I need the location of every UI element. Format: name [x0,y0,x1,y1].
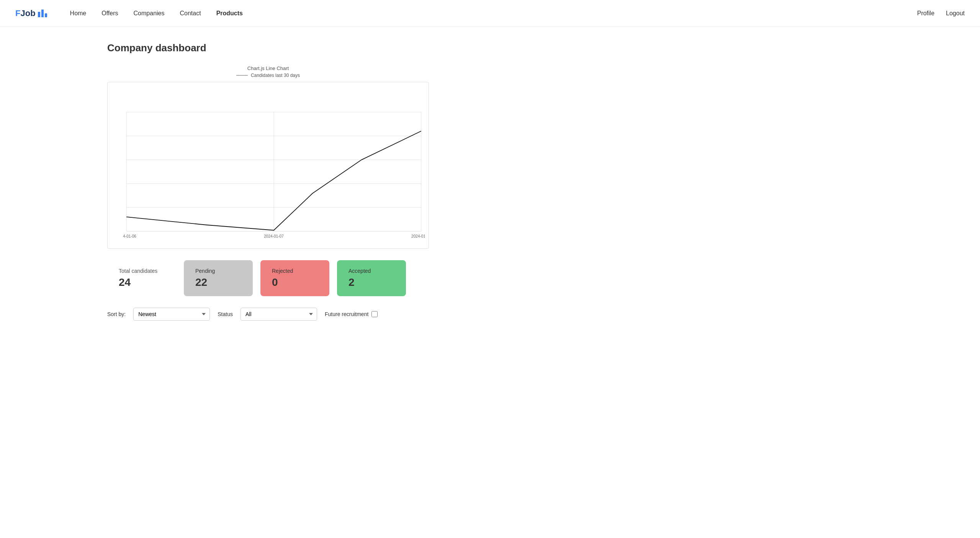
chart-title: Chart.js Line Chart [107,65,429,71]
logo-bars-icon [38,10,47,17]
stat-pending: Pending 22 [184,260,253,296]
logo-bar-2 [41,10,44,17]
stat-rejected: Rejected 0 [260,260,329,296]
status-select[interactable]: All Pending Rejected Accepted [241,308,317,321]
chart-legend: Candidates last 30 days [107,73,429,78]
future-recruitment-field: Future recruitment [325,311,378,317]
nav-profile[interactable]: Profile [917,10,934,17]
nav-products[interactable]: Products [216,10,243,17]
nav-companies[interactable]: Companies [134,10,165,17]
navbar-left: FJob Home Offers Companies Contact Produ… [15,8,243,18]
filter-row: Sort by: Newest Oldest Status All Pendin… [107,308,429,321]
main-content: Company dashboard Chart.js Line Chart Ca… [0,27,536,344]
logo-bar-3 [45,13,47,17]
chart-legend-label: Candidates last 30 days [251,73,300,78]
chart-svg: 0 5 10 15 20 25 [123,86,425,247]
stat-pending-value: 22 [195,276,241,289]
x-label-3: 2024-01-08 [411,234,425,238]
stat-rejected-value: 0 [272,276,318,289]
stat-total: Total candidates 24 [107,260,176,296]
stat-rejected-label: Rejected [272,268,318,274]
future-recruitment-checkbox[interactable] [371,311,378,317]
navbar: FJob Home Offers Companies Contact Produ… [0,0,980,27]
sort-label: Sort by: [107,311,126,317]
page-title: Company dashboard [107,42,429,54]
nav-offers[interactable]: Offers [101,10,118,17]
logo: FJob [15,8,47,18]
stat-pending-label: Pending [195,268,241,274]
future-recruitment-label: Future recruitment [325,311,368,317]
stat-accepted-label: Accepted [348,268,394,274]
nav-logout[interactable]: Logout [946,10,965,17]
status-label: Status [218,311,233,317]
stat-total-value: 24 [119,276,165,289]
logo-bar-1 [38,12,40,17]
nav-contact[interactable]: Contact [180,10,201,17]
stat-total-label: Total candidates [119,268,165,274]
stats-row: Total candidates 24 Pending 22 Rejected … [107,260,429,296]
stat-accepted-value: 2 [348,276,394,289]
chart-container: Chart.js Line Chart Candidates last 30 d… [107,65,429,249]
legend-line-icon [236,75,248,76]
stat-accepted: Accepted 2 [337,260,406,296]
x-label-1: 2024-01-06 [123,234,136,238]
chart-svg-wrapper: 0 5 10 15 20 25 [107,82,429,249]
logo-text: FJob [15,8,36,18]
nav-home[interactable]: Home [70,10,87,17]
navbar-right: Profile Logout [917,10,965,17]
nav-links: Home Offers Companies Contact Products [70,10,243,17]
x-label-2: 2024-01-07 [264,234,284,238]
sort-select[interactable]: Newest Oldest [133,308,210,321]
